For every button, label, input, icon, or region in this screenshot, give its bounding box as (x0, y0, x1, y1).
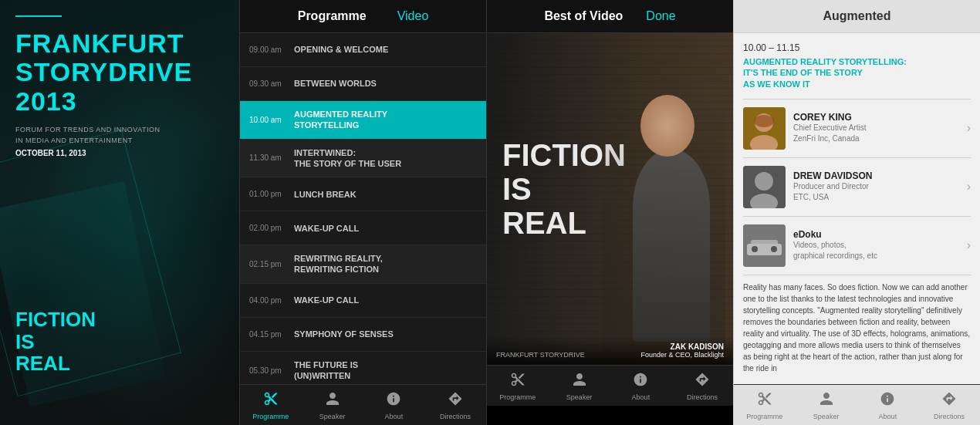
svg-point-11 (771, 246, 777, 252)
top-line (15, 15, 62, 17)
video-tab[interactable]: Video (397, 9, 429, 23)
nav-label-about-2: About (632, 393, 651, 401)
nav-directions-2[interactable]: Directions (671, 366, 733, 406)
video-header: Best of Video Done (487, 0, 733, 33)
augmented-panel: Augmented 10.00 – 11.15 AUGMENTED REALIT… (733, 0, 980, 425)
prog-title-0: OPENING & WELCOME (294, 36, 396, 62)
svg-point-5 (755, 172, 773, 191)
prog-title-3: INTERTWINED:THE STORY OF THE USER (294, 140, 409, 177)
nav-about-1[interactable]: About (363, 385, 425, 425)
programme-item-4[interactable]: 01.00 pm LUNCH BREAK (240, 177, 486, 211)
scissors-icon-1 (263, 391, 279, 410)
person-icon-1 (325, 391, 340, 410)
aug-speaker-drew[interactable]: DREW DAVIDSON Producer and DirectorETC, … (743, 158, 971, 217)
nav-speaker-2[interactable]: Speaker (549, 366, 610, 406)
programme-item-7[interactable]: 04.00 pm WAKE-UP CALL (240, 284, 486, 318)
prog-title-5: WAKE-UP CALL (294, 215, 367, 241)
scissors-icon-2 (510, 372, 525, 391)
prog-time-7: 04.00 pm (240, 296, 294, 305)
aug-avatar-drew (743, 166, 786, 208)
nav-directions-1[interactable]: Directions (424, 385, 486, 425)
info-icon-2 (633, 372, 648, 391)
nav-label-directions-1: Directions (440, 413, 471, 420)
augmented-bottom-nav: Programme Speaker About (734, 384, 980, 425)
nav-speaker-3[interactable]: Speaker (796, 385, 857, 425)
programme-header: Programme Video (240, 0, 486, 33)
nav-label-programme-1: Programme (252, 413, 289, 420)
prog-time-4: 01.00 pm (240, 190, 294, 198)
prog-time-2: 10.00 am (240, 116, 294, 124)
aug-speaker-corey-role: Chief Executive ArtistZenFri Inc, Canada (793, 123, 961, 144)
programme-item-9[interactable]: 05.30 pm THE FUTURE IS(UN)WRITTEN (240, 352, 486, 384)
directions-icon-1 (448, 391, 463, 410)
nav-programme-3[interactable]: Programme (734, 385, 796, 425)
nav-label-speaker-3: Speaker (813, 413, 840, 420)
augmented-description: Reality has many faces. So does fiction.… (743, 282, 971, 374)
prog-title-1: BETWEEN WORLDS (294, 70, 384, 96)
nav-programme-2[interactable]: Programme (487, 366, 549, 406)
svg-point-10 (752, 246, 758, 252)
video-header-title: Best of Video (544, 9, 623, 23)
intro-title: FRANKFURTSTORYDRIVE2013 (15, 29, 224, 116)
programme-item-0[interactable]: 09.00 am OPENING & WELCOME (240, 33, 486, 67)
aug-speaker-corey-name: COREY KING (793, 112, 961, 123)
nav-label-about-3: About (879, 413, 897, 420)
nav-label-about-1: About (385, 413, 404, 420)
chevron-right-corey: › (967, 121, 971, 135)
prog-time-9: 05.30 pm (240, 366, 294, 375)
aug-speaker-edoku[interactable]: eDoku Videos, photos,graphical recording… (743, 217, 971, 275)
video-caption-left: FRANKFURT STORYDRIVE (496, 351, 585, 359)
aug-speaker-corey-info: COREY KING Chief Executive ArtistZenFri … (793, 112, 961, 144)
directions-icon-2 (694, 372, 710, 391)
aug-avatar-corey (743, 107, 786, 150)
chevron-right-drew: › (967, 180, 971, 194)
prog-time-3: 11.30 am (240, 153, 294, 162)
programme-panel: Programme Video 09.00 am OPENING & WELCO… (239, 0, 486, 425)
video-panel: Best of Video Done FICTIONISREAL FRANKFU… (486, 0, 733, 425)
programme-item-6[interactable]: 02.15 pm REWRITING REALITY,REWRITING FIC… (240, 245, 486, 284)
done-button[interactable]: Done (646, 9, 675, 23)
video-person-name: ZAK KADISON (640, 342, 724, 351)
augmented-time: 10.00 – 11.15 (743, 42, 971, 53)
aug-speaker-drew-role: Producer and DirectorETC, USA (793, 181, 961, 203)
programme-title: Programme (298, 9, 367, 23)
aug-speaker-drew-info: DREW DAVIDSON Producer and DirectorETC, … (793, 170, 961, 203)
augmented-session-title: AUGMENTED REALITY STORYTELLING:IT'S THE … (743, 56, 971, 89)
nav-directions-3[interactable]: Directions (918, 385, 980, 425)
aug-speaker-edoku-role: Videos, photos,graphical recordings, etc (793, 240, 961, 261)
intro-date: OCTOBER 11, 2013 (15, 149, 224, 157)
nav-label-speaker-2: Speaker (566, 393, 593, 401)
prog-title-4: LUNCH BREAK (294, 181, 364, 207)
info-icon-3 (880, 391, 895, 410)
video-caption: FRANKFURT STORYDRIVE ZAK KADISON Founder… (487, 336, 733, 365)
programme-item-2[interactable]: 10.00 am AUGMENTED REALITYSTORYTELLING (240, 101, 486, 140)
intro-panel: FRANKFURTSTORYDRIVE2013 FORUM FOR TRENDS… (0, 0, 239, 425)
svg-point-3 (754, 115, 774, 127)
nav-about-2[interactable]: About (610, 366, 672, 406)
video-caption-right: ZAK KADISON Founder & CEO, Blacklight (640, 342, 724, 359)
nav-about-3[interactable]: About (857, 385, 919, 425)
augmented-header: Augmented (734, 0, 980, 33)
chevron-right-edoku: › (967, 238, 971, 252)
prog-title-8: SYMPHONY OF SENSES (294, 321, 401, 347)
prog-title-6: REWRITING REALITY,REWRITING FICTION (294, 245, 390, 283)
prog-title-7: WAKE-UP CALL (294, 287, 367, 313)
programme-item-3[interactable]: 11.30 am INTERTWINED:THE STORY OF THE US… (240, 140, 486, 178)
nav-speaker-1[interactable]: Speaker (302, 385, 363, 425)
programme-item-1[interactable]: 09.30 am BETWEEN WORLDS (240, 67, 486, 101)
aug-speaker-corey[interactable]: COREY KING Chief Executive ArtistZenFri … (743, 100, 971, 158)
directions-icon-3 (941, 391, 957, 410)
nav-label-speaker-1: Speaker (319, 413, 346, 420)
prog-title-9: THE FUTURE IS(UN)WRITTEN (294, 352, 366, 384)
nav-label-directions-2: Directions (687, 393, 718, 401)
scissors-icon-3 (757, 391, 772, 410)
intro-subtitle: FORUM FOR TRENDS AND INNOVATIONIN MEDIA … (15, 125, 224, 146)
nav-label-programme-2: Programme (499, 393, 536, 401)
intro-fiction-text: FICTIONISREAL (15, 309, 96, 375)
nav-label-directions-3: Directions (934, 413, 965, 420)
augmented-title: Augmented (823, 9, 891, 23)
programme-item-8[interactable]: 04.15 pm SYMPHONY OF SENSES (240, 318, 486, 352)
nav-programme-1[interactable]: Programme (240, 385, 302, 425)
programme-item-5[interactable]: 02.00 pm WAKE-UP CALL (240, 211, 486, 245)
aug-avatar-edoku (743, 224, 786, 267)
